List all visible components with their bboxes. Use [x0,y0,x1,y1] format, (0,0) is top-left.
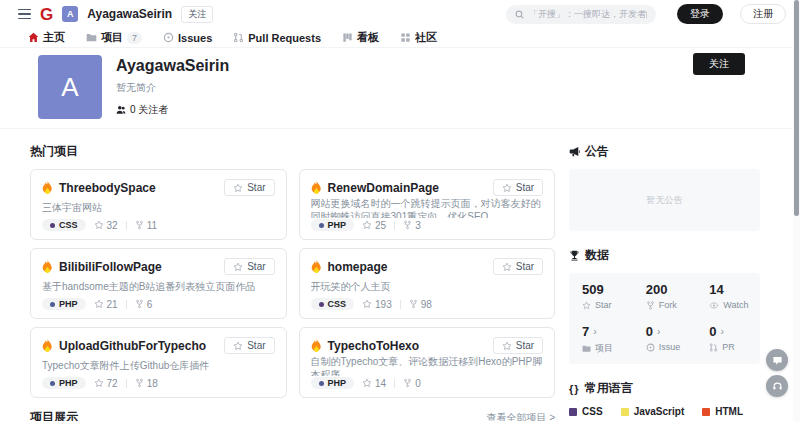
star-icon [502,262,512,272]
fork-count[interactable]: 18 [135,378,158,389]
star-count[interactable]: 72 [94,378,118,389]
avatar[interactable]: A [38,55,102,119]
fork-count[interactable]: 3 [403,220,421,231]
flame-icon [311,181,322,194]
stat-issues[interactable]: 0› Issue [633,317,697,362]
tab-pull-requests[interactable]: Pull Requests [233,32,321,44]
language-name: PHP [59,299,78,309]
divider [400,300,401,309]
language-dot [319,223,324,228]
fork-count[interactable]: 98 [409,299,432,310]
repo-name[interactable]: homepage [328,260,388,274]
hamburger-menu-icon[interactable] [18,9,31,20]
fork-count-icon [135,299,144,309]
scrollbar-thumb[interactable] [794,0,799,216]
language-color-swatch [702,408,710,416]
tab-pull-requests-label: Pull Requests [248,32,321,44]
language-item[interactable]: JavaScript [621,406,685,417]
language-label: CSS [582,406,603,417]
stat-prs[interactable]: 0› PR [696,317,760,362]
fork-count[interactable]: 11 [135,220,157,231]
tab-issues[interactable]: Issues [163,32,212,44]
language-dot [319,381,324,386]
login-button[interactable]: 登录 [677,4,723,24]
repo-name[interactable]: ThreebodySpace [59,181,156,195]
view-all-projects-link[interactable]: 查看全部项目 > [486,411,555,421]
stats-title: 数据 [569,247,760,264]
stat-watch[interactable]: 14 Watch [696,275,760,317]
stat-projects[interactable]: 7› 项目 [569,317,633,362]
nav-tabs: 主页 项目 7 Issues Pull Requests 看板 社区 [0,28,800,48]
folder-icon [86,32,97,43]
tab-kanban-label: 看板 [357,30,379,45]
star-button-label: Star [247,340,265,351]
tab-community[interactable]: 社区 [400,30,437,45]
repo-card[interactable]: TypechoToHexo Star 自制的Typecho文章、评论数据迁移到H… [299,327,556,398]
home-icon [28,32,39,43]
language-badge: PHP [42,377,86,389]
repo-card[interactable]: homepage Star 开玩笑的个人主页 CSS [299,248,556,319]
star-button[interactable]: Star [224,179,274,196]
header-username[interactable]: AyagawaSeirin [87,7,172,21]
star-button[interactable]: Star [224,337,274,354]
repo-description: 网站更换域名时的一个跳转提示页面，对访客友好的同时蜘蛛访问直接301重定向，优化… [311,197,544,218]
header-follow-tag[interactable]: 关注 [181,6,213,23]
tab-projects[interactable]: 项目 7 [86,30,142,45]
gitee-logo[interactable]: G [40,6,53,23]
register-button[interactable]: 注册 [740,4,786,24]
mini-avatar[interactable]: A [62,6,78,22]
star-count[interactable]: 25 [362,220,386,231]
language-dot [50,302,55,307]
scrollbar-track[interactable] [793,0,800,421]
star-stat-icon [582,301,591,310]
issue-icon [163,32,174,43]
followers-row[interactable]: 0 关注者 [116,103,229,117]
follow-button[interactable]: 关注 [693,53,745,75]
repo-card[interactable]: ThreebodySpace Star 三体宇宙网站 CSS [30,169,287,240]
languages-title: {} 常用语言 [569,380,760,397]
tab-home[interactable]: 主页 [28,30,65,45]
repo-card-footer: CSS 32 11 [42,219,275,231]
repo-name[interactable]: RenewDomainPage [328,181,439,195]
language-item[interactable]: CSS [569,406,603,417]
search-input[interactable] [529,9,647,19]
fork-count-icon [403,378,412,388]
repo-name[interactable]: UploadGithubForTypecho [59,339,206,353]
service-float-button[interactable] [766,375,788,397]
followers-count: 0 关注者 [130,103,168,117]
repo-description: 开玩笑的个人主页 [311,280,544,293]
repo-name[interactable]: BilibiliFollowPage [59,260,162,274]
star-button[interactable]: Star [493,337,543,354]
repo-card-footer: PHP 25 3 [311,219,544,231]
language-item[interactable]: HTML [702,406,743,417]
language-name: PHP [59,378,78,388]
fork-count[interactable]: 6 [135,299,153,310]
repo-name[interactable]: TypechoToHexo [328,339,420,353]
star-button[interactable]: Star [224,258,274,275]
divider [394,379,395,388]
projects-folder-icon [582,344,591,353]
star-count[interactable]: 32 [94,220,118,231]
star-button[interactable]: Star [493,179,543,196]
divider [126,300,127,309]
flame-icon [311,260,322,273]
tab-kanban[interactable]: 看板 [342,30,379,45]
search-box[interactable] [506,5,656,24]
repo-card[interactable]: BilibiliFollowPage Star 基于handsome主题的B站追… [30,248,287,319]
star-icon [233,183,243,193]
star-count[interactable]: 21 [94,299,118,310]
stat-forks[interactable]: 200 Fork [633,275,697,317]
star-count[interactable]: 14 [362,378,386,389]
language-name: PHP [328,378,347,388]
stat-stars[interactable]: 509 Star [569,275,633,317]
profile-info: AyagawaSeirin 暂无简介 0 关注者 [116,55,229,119]
fork-count[interactable]: 0 [403,378,421,389]
star-button[interactable]: Star [493,258,543,275]
repo-card[interactable]: RenewDomainPage Star 网站更换域名时的一个跳转提示页面，对访… [299,169,556,240]
feedback-float-button[interactable] [766,349,788,371]
divider [394,221,395,230]
repo-card[interactable]: UploadGithubForTypecho Star Typecho文章附件上… [30,327,287,398]
announcement-empty: 暂无公告 [569,169,760,231]
star-count[interactable]: 193 [362,299,392,310]
language-label: JavaScript [634,406,685,417]
